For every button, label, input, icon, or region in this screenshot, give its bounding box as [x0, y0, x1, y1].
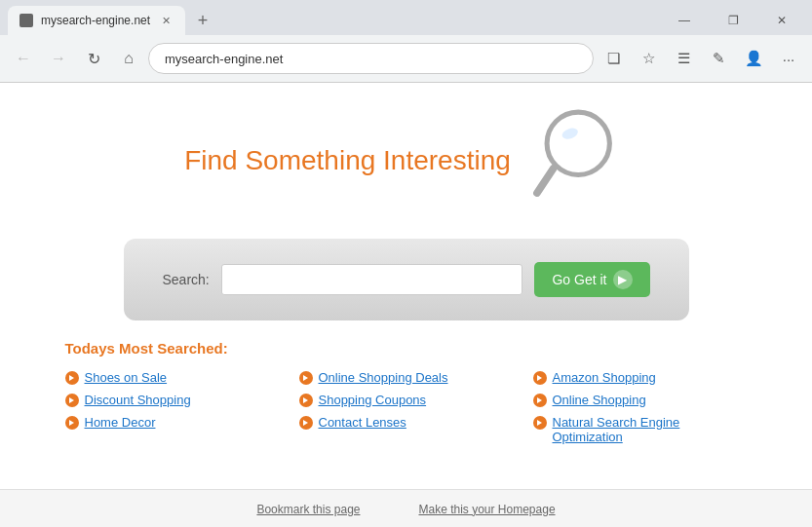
link-bullet-icon: [65, 416, 79, 430]
list-item: Home Decor: [65, 415, 280, 430]
list-item: Shopping Coupons: [299, 393, 514, 407]
address-bar[interactable]: mysearch-engine.net: [148, 43, 594, 74]
search-section: Search: Go Get it ▶: [124, 239, 689, 320]
link-bullet-icon: [533, 394, 547, 407]
link-bullet-icon: [533, 416, 547, 430]
home-button[interactable]: ⌂: [113, 43, 144, 74]
link-text[interactable]: Contact Lenses: [319, 415, 406, 430]
link-text[interactable]: Shoes on Sale: [85, 370, 168, 385]
browser-chrome: mysearch-engine.net ✕ + — ❐ ✕ ← → ↻ ⌂ my…: [0, 0, 812, 83]
new-tab-button[interactable]: +: [189, 7, 216, 34]
list-item: Online Shopping: [533, 393, 748, 407]
list-item: Discount Shopping: [65, 393, 280, 407]
section-title: Todays Most Searched:: [65, 340, 748, 357]
links-grid: Shoes on Sale Discount Shopping Home Dec…: [65, 370, 748, 444]
link-bullet-icon: [299, 371, 313, 385]
go-button-label: Go Get it: [552, 272, 606, 287]
close-button[interactable]: ✕: [759, 6, 804, 35]
links-section: Todays Most Searched: Shoes on Sale Disc…: [65, 320, 748, 454]
tab-favicon: [19, 14, 33, 27]
svg-point-1: [551, 116, 605, 170]
forward-button[interactable]: →: [43, 43, 74, 74]
links-column-1: Online Shopping Deals Shopping Coupons C…: [299, 370, 514, 444]
link-text[interactable]: Home Decor: [85, 415, 156, 430]
reader-icon[interactable]: ❏: [598, 43, 629, 74]
link-text[interactable]: Natural Search Engine Optimization: [553, 415, 748, 444]
tab-title: mysearch-engine.net: [41, 14, 150, 27]
link-bullet-icon: [65, 371, 79, 385]
url-text: mysearch-engine.net: [165, 52, 283, 66]
list-item: Online Shopping Deals: [299, 370, 514, 385]
refresh-button[interactable]: ↻: [78, 43, 109, 74]
link-text[interactable]: Online Shopping: [553, 393, 646, 407]
hero-section: Find Something Interesting: [0, 83, 812, 229]
link-bullet-icon: [299, 416, 313, 430]
link-text[interactable]: Discount Shopping: [85, 393, 191, 407]
links-column-0: Shoes on Sale Discount Shopping Home Dec…: [65, 370, 280, 444]
magnifier-icon: [521, 102, 628, 209]
page-content: Find Something Interesting Search: Go Ge…: [0, 83, 812, 527]
link-text[interactable]: Online Shopping Deals: [319, 370, 448, 385]
links-column-2: Amazon Shopping Online Shopping Natural …: [533, 370, 748, 444]
menu-icon[interactable]: ☰: [668, 43, 699, 74]
homepage-link[interactable]: Make this your Homepage: [418, 503, 555, 516]
list-item: Natural Search Engine Optimization: [533, 415, 748, 444]
list-item: Amazon Shopping: [533, 370, 748, 385]
notes-icon[interactable]: ✎: [703, 43, 734, 74]
restore-button[interactable]: ❐: [711, 6, 755, 35]
hero-title-plain: Find Something: [184, 145, 383, 175]
search-input[interactable]: [221, 264, 523, 295]
tab-close-button[interactable]: ✕: [158, 13, 174, 28]
window-controls: — ❐ ✕: [662, 6, 804, 35]
list-item: Contact Lenses: [299, 415, 514, 430]
active-tab[interactable]: mysearch-engine.net ✕: [8, 6, 185, 35]
search-label: Search:: [163, 272, 210, 287]
go-arrow-icon: ▶: [613, 270, 633, 289]
bookmark-link[interactable]: Bookmark this page: [256, 503, 360, 516]
link-bullet-icon: [533, 371, 547, 385]
account-icon[interactable]: 👤: [738, 43, 769, 74]
more-icon[interactable]: ···: [773, 43, 804, 74]
minimize-button[interactable]: —: [662, 6, 707, 35]
link-text[interactable]: Amazon Shopping: [553, 370, 656, 385]
svg-line-2: [537, 169, 554, 193]
favorites-icon[interactable]: ☆: [633, 43, 664, 74]
footer-bar: Bookmark this page Make this your Homepa…: [0, 489, 812, 527]
nav-bar: ← → ↻ ⌂ mysearch-engine.net ❏ ☆ ☰ ✎ 👤 ··…: [0, 35, 812, 82]
link-bullet-icon: [65, 394, 79, 407]
back-button[interactable]: ←: [8, 43, 39, 74]
list-item: Shoes on Sale: [65, 370, 280, 385]
title-bar: mysearch-engine.net ✕ + — ❐ ✕: [0, 0, 812, 35]
hero-title: Find Something Interesting: [184, 145, 511, 176]
hero-title-accent: Interesting: [383, 145, 511, 175]
go-button[interactable]: Go Get it ▶: [534, 262, 649, 297]
toolbar-icons: ❏ ☆ ☰ ✎ 👤 ···: [598, 43, 804, 74]
link-bullet-icon: [299, 394, 313, 407]
link-text[interactable]: Shopping Coupons: [319, 393, 427, 407]
